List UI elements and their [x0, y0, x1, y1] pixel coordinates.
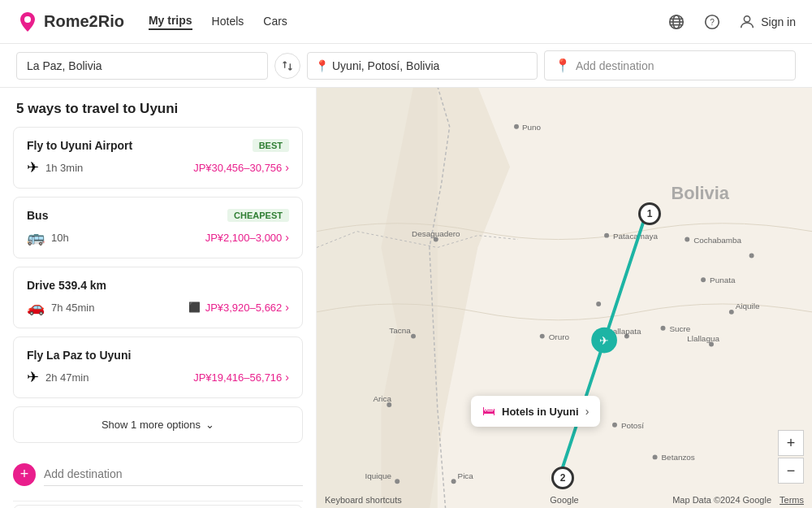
route-name-2: Drive 539.4 km [27, 279, 106, 292]
route-details-1: 🚌 10h JP¥2,100–3,000 › [27, 228, 289, 246]
route-name-3: Fly La Paz to Uyuni [27, 349, 131, 362]
logo[interactable]: Rome2Rio [16, 11, 124, 33]
add-destination-field[interactable]: 📍 Add destination [544, 50, 796, 80]
svg-text:Iquique: Iquique [365, 471, 392, 480]
show-more-label: Show 1 more options [102, 419, 201, 431]
route-name-0: Fly to Uyuni Airport [27, 139, 132, 152]
route-name-1: Bus [27, 209, 48, 222]
left-panel: 5 ways to travel to Uyuni Fly to Uyuni A… [0, 88, 317, 508]
terms-link[interactable]: Terms [780, 495, 804, 505]
svg-text:Punata: Punata [710, 276, 736, 284]
svg-point-15 [514, 124, 519, 129]
destination-wrapper: 📍 [307, 52, 538, 80]
svg-point-26 [540, 334, 545, 339]
origin-input[interactable] [16, 52, 268, 80]
keyboard-shortcuts[interactable]: Keyboard shortcuts [325, 495, 402, 505]
svg-point-28 [604, 233, 609, 238]
svg-text:Desaguadero: Desaguadero [412, 229, 460, 238]
popup-chevron-icon: › [585, 405, 590, 418]
route-left-3: ✈ 2h 47min [27, 368, 89, 386]
route-header-fly-uyuni: Fly to Uyuni Airport BEST [27, 139, 289, 152]
route-card-fly-uyuni[interactable]: Fly to Uyuni Airport BEST ✈ 1h 3min JP¥3… [13, 127, 303, 189]
route-chevron-0: › [285, 161, 289, 174]
route-chevron-1: › [285, 231, 289, 244]
price-text-0: JP¥30,456–30,756 [193, 162, 282, 174]
sign-in-button[interactable]: Sign in [738, 13, 796, 31]
google-attribution: Google [550, 495, 578, 505]
svg-text:Pica: Pica [458, 471, 474, 480]
map-marker-1: 1 [638, 202, 661, 225]
main-content: 5 ways to travel to Uyuni Fly to Uyuni A… [0, 88, 812, 508]
svg-text:Bolivia: Bolivia [671, 183, 729, 203]
nav-cars[interactable]: Cars [263, 15, 287, 29]
svg-text:Arica: Arica [373, 394, 391, 403]
route-card-drive[interactable]: Drive 539.4 km 🚗 7h 45min ⬛ JP¥3,920–5,6… [13, 267, 303, 328]
svg-text:Potosí: Potosí [621, 421, 644, 430]
plane-icon-3: ✈ [27, 368, 39, 386]
route-price-2: ⬛ JP¥3,920–5,662 › [188, 301, 289, 314]
popup-text: Hotels in Uyuni [502, 406, 579, 418]
map-terms-area: Map Data ©2024 Google Terms [672, 495, 804, 505]
panel-title: 5 ways to travel to Uyuni [0, 88, 316, 127]
map-marker-2: 2 [551, 467, 574, 489]
svg-text:Llallagua: Llallagua [687, 334, 719, 343]
show-more-chevron-icon: ⌄ [205, 419, 214, 431]
plane-icon-0: ✈ [27, 158, 39, 176]
hotels-map-popup[interactable]: 🛏 Hotels in Uyuni › [471, 396, 600, 427]
help-icon[interactable]: ? [702, 12, 722, 32]
svg-point-50 [451, 479, 456, 484]
header-right: ? Sign in [667, 12, 796, 32]
svg-text:Betanzos: Betanzos [662, 453, 695, 462]
destination-input[interactable] [307, 52, 538, 80]
svg-point-34 [685, 237, 689, 242]
svg-point-37 [701, 277, 706, 282]
add-destination-plus-button[interactable]: + [13, 463, 36, 486]
route-details-0: ✈ 1h 3min JP¥30,456–30,756 › [27, 158, 289, 176]
show-more-button[interactable]: Show 1 more options ⌄ [13, 406, 303, 443]
route-left-1: 🚌 10h [27, 228, 69, 246]
route-header-bus: Bus CHEAPEST [27, 209, 289, 222]
route-header-drive: Drive 539.4 km [27, 279, 289, 292]
sign-in-label: Sign in [761, 15, 796, 28]
add-dest-pin-icon: 📍 [555, 58, 571, 73]
swap-button[interactable] [274, 53, 300, 79]
route-price-3: JP¥19,416–56,716 › [193, 371, 289, 384]
svg-text:Tacna: Tacna [389, 326, 411, 335]
add-destination-label: Add destination [576, 59, 654, 72]
route-time-3: 2h 47min [45, 371, 89, 384]
zoom-in-button[interactable]: + [778, 430, 804, 456]
svg-text:Oruro: Oruro [549, 332, 570, 341]
svg-point-23 [395, 479, 400, 484]
route-left-2: 🚗 7h 45min [27, 298, 94, 316]
svg-text:✈: ✈ [599, 334, 609, 347]
price-text-2: JP¥3,920–5,662 [205, 302, 283, 314]
svg-text:Patacamaya: Patacamaya [613, 232, 659, 241]
svg-point-39 [596, 302, 601, 306]
logo-icon [16, 11, 39, 33]
header: Rome2Rio My trips Hotels Cars ? [0, 0, 812, 44]
route-price-0: JP¥30,456–30,756 › [193, 161, 289, 174]
add-destination-input[interactable] [44, 462, 303, 486]
globe-icon[interactable] [667, 12, 686, 32]
hotels-card[interactable]: 🛏 Hotels in Uyuni Compare stays ↗ [13, 505, 303, 508]
badge-best: BEST [253, 139, 289, 152]
svg-point-30 [612, 423, 617, 428]
route-details-2: 🚗 7h 45min ⬛ JP¥3,920–5,662 › [27, 298, 289, 316]
nav-hotels[interactable]: Hotels [212, 15, 244, 29]
car-icon: 🚗 [27, 298, 45, 316]
nav-my-trips[interactable]: My trips [149, 14, 192, 30]
route-card-fly-lapaz[interactable]: Fly La Paz to Uyuni ✈ 2h 47min JP¥19,416… [13, 336, 303, 398]
svg-text:Puno: Puno [522, 123, 542, 132]
separator [13, 501, 303, 501]
route-chevron-2: › [285, 301, 289, 314]
svg-point-0 [24, 16, 31, 23]
currency-icon-2: ⬛ [188, 302, 201, 313]
svg-text:?: ? [710, 17, 715, 26]
route-card-bus[interactable]: Bus CHEAPEST 🚌 10h JP¥2,100–3,000 › [13, 197, 303, 258]
zoom-out-button[interactable]: − [778, 458, 804, 484]
price-text-3: JP¥19,416–56,716 [193, 371, 282, 384]
destination-pin-icon: 📍 [315, 59, 329, 72]
map-svg: Bolivia Puno Desaguadero Tacna Arica Iqu… [317, 88, 812, 508]
badge-cheapest: CHEAPEST [227, 209, 289, 222]
svg-point-36 [749, 253, 754, 258]
